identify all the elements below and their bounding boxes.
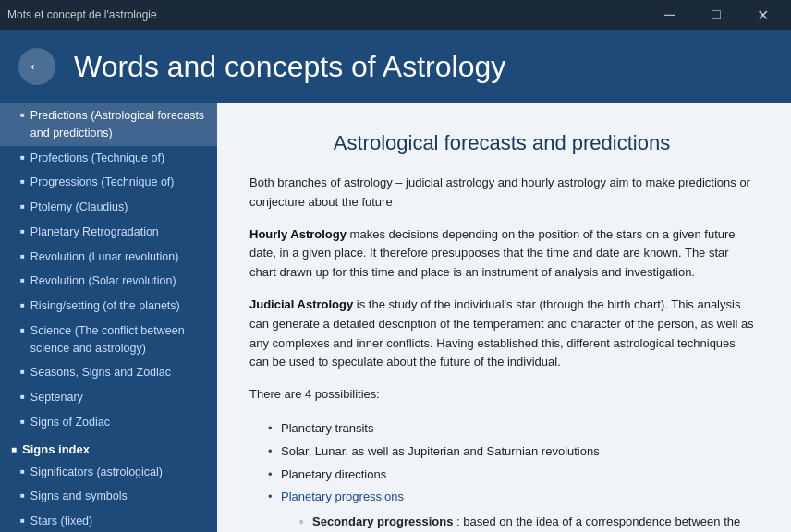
content-title: Astrological forecasts and predictions	[249, 131, 754, 155]
sidebar-item-science[interactable]: Science (The conflict between science an…	[0, 319, 217, 361]
sidebar-item-profections[interactable]: Profections (Technique of)	[0, 146, 217, 171]
page-title: Words and concepts of Astrology	[74, 50, 505, 84]
planetary-progressions-link[interactable]: Planetary progressions	[281, 490, 404, 503]
sidebar-item-progressions[interactable]: Progressions (Technique of)	[0, 170, 217, 195]
sidebar-item-signs-symbols[interactable]: Signs and symbols	[0, 484, 217, 509]
bullet-planetary-transits: Planetary transits	[268, 417, 754, 441]
progressions-sub-list: Secondary progressions : based on the id…	[299, 511, 754, 532]
sidebar-item-signs-zodiac[interactable]: Signs of Zodiac	[0, 410, 217, 435]
sidebar-item-retrogradation[interactable]: Planetary Retrogradation	[0, 220, 217, 245]
sidebar-item-significators[interactable]: Significators (astrological)	[0, 460, 217, 485]
bullet-planetary-progressions: Planetary progressions Secondary progres…	[268, 486, 754, 532]
maximize-button[interactable]: □	[695, 0, 737, 30]
judicial-astrology-paragraph: Judicial Astrology is the study of the i…	[249, 296, 754, 372]
bullet-revolutions: Solar, Lunar, as well as Jupiterian and …	[268, 441, 754, 464]
sidebar-item-revolution-solar[interactable]: Revolution (Solar revolution)	[0, 269, 217, 294]
title-bar-text: Mots et concept de l'astrologie	[7, 8, 157, 21]
back-button[interactable]: ←	[18, 48, 55, 85]
title-bar: Mots et concept de l'astrologie ─ □ ✕	[0, 0, 791, 30]
close-button[interactable]: ✕	[741, 0, 784, 30]
sidebar-item-revolution-lunar[interactable]: Revolution (Lunar revolution)	[0, 245, 217, 270]
sidebar-item-rising-setting[interactable]: Rising/setting (of the planets)	[0, 294, 217, 319]
sidebar-item-predictions[interactable]: Predictions (Astrological forecasts and …	[0, 103, 217, 146]
content-area: Astrological forecasts and predictions B…	[217, 103, 791, 532]
possibilities-paragraph: There are 4 possibilities:	[249, 385, 754, 405]
header: ← Words and concepts of Astrology	[0, 30, 791, 103]
intro-paragraph: Both branches of astrology – judicial as…	[249, 174, 754, 212]
sidebar-item-stars-fixed[interactable]: Stars (fixed)	[0, 509, 217, 532]
section-header-signs-index: Signs index	[0, 435, 217, 460]
secondary-progressions-item: Secondary progressions : based on the id…	[299, 511, 754, 532]
hourly-astrology-paragraph: Hourly Astrology makes decisions dependi…	[249, 225, 754, 283]
sidebar: Predictions (Astrological forecasts and …	[0, 103, 217, 532]
title-bar-controls: ─ □ ✕	[649, 0, 784, 30]
bullet-directions: Planetary directions	[268, 464, 754, 487]
sidebar-item-septenary[interactable]: Septenary	[0, 385, 217, 410]
main-bullet-list: Planetary transits Solar, Lunar, as well…	[268, 417, 754, 532]
minimize-button[interactable]: ─	[649, 0, 691, 30]
sidebar-item-seasons[interactable]: Seasons, Signs and Zodiac	[0, 360, 217, 385]
sidebar-item-ptolemy[interactable]: Ptolemy (Claudius)	[0, 195, 217, 220]
main-layout: Predictions (Astrological forecasts and …	[0, 103, 791, 532]
